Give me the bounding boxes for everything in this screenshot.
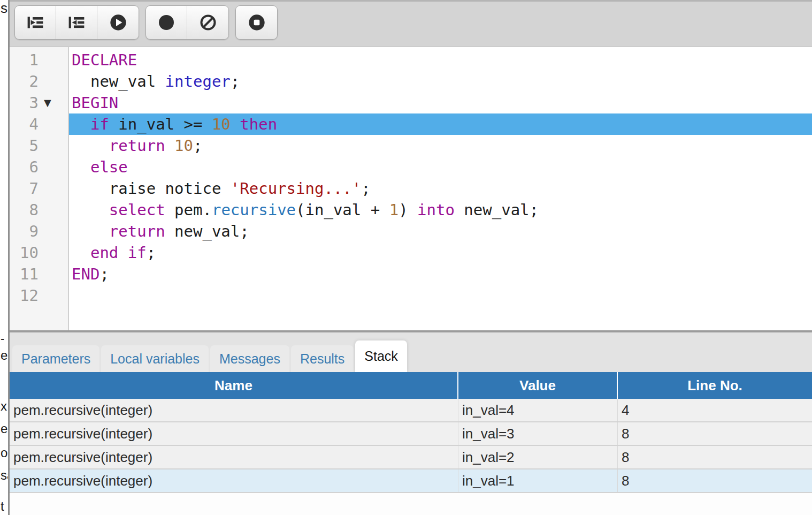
tab-messages[interactable]: Messages: [210, 345, 289, 372]
line-number[interactable]: 8: [10, 199, 39, 221]
code-text[interactable]: end if;: [69, 242, 812, 263]
toggle-breakpoint-button[interactable]: [146, 6, 187, 39]
stack-frame-row[interactable]: pem.recursive(integer)in_val=44: [10, 399, 812, 422]
step-over-button[interactable]: [56, 6, 97, 39]
code-token: [72, 137, 109, 155]
column-header-name[interactable]: Name: [10, 372, 458, 399]
line-number[interactable]: 10: [10, 242, 39, 263]
background-text-fragment: sa: [1, 468, 8, 483]
code-line-2: 2 new_val integer;: [10, 71, 812, 92]
line-number[interactable]: 12: [10, 285, 39, 306]
stack-frame-row[interactable]: pem.recursive(integer)in_val=38: [10, 422, 812, 446]
line-number[interactable]: 1: [10, 49, 39, 71]
line-number[interactable]: 3: [10, 92, 39, 113]
code-text[interactable]: raise notice 'Recursing...';: [69, 178, 812, 199]
code-text[interactable]: new_val integer;: [69, 71, 812, 92]
tab-stack[interactable]: Stack: [355, 340, 407, 372]
stop-button[interactable]: [236, 6, 277, 39]
background-text-fragment: t: [1, 499, 4, 514]
stack-value-cell: in_val=3: [458, 422, 618, 445]
code-editor[interactable]: 1DECLARE2 new_val integer;3▼BEGIN4 if in…: [10, 47, 812, 330]
code-line-11: 11END;: [10, 263, 812, 285]
code-text[interactable]: return new_val;: [69, 221, 812, 242]
stack-frame-row[interactable]: pem.recursive(integer)in_val=18: [10, 469, 812, 493]
code-token: (in_val +: [296, 201, 389, 219]
background-text-fragment: e: [1, 348, 7, 363]
stack-name-cell: pem.recursive(integer): [10, 446, 458, 468]
code-line-7: 7 raise notice 'Recursing...';: [10, 178, 812, 199]
line-number[interactable]: 9: [10, 221, 39, 242]
code-token: recursive: [212, 201, 296, 219]
fold-gutter: [41, 285, 55, 306]
tab-local-variables[interactable]: Local variables: [101, 345, 209, 372]
code-text[interactable]: select pem.recursive(in_val + 1) into ne…: [69, 199, 812, 221]
line-number[interactable]: 11: [10, 263, 39, 285]
code-line-6: 6 else: [10, 156, 812, 178]
line-number[interactable]: 5: [10, 135, 39, 156]
code-token: if: [128, 244, 147, 262]
code-token: ;: [361, 179, 370, 198]
debugger-toolbar: [10, 0, 812, 47]
fold-marker-icon[interactable]: ▼: [41, 92, 55, 113]
code-line-5: 5 return 10;: [10, 135, 812, 156]
stack-line-cell: 4: [618, 399, 812, 421]
code-line-8: 8 select pem.recursive(in_val + 1) into …: [10, 199, 812, 221]
toolbar-button-group: [14, 5, 139, 40]
code-text[interactable]: else: [69, 156, 812, 178]
code-token: return: [109, 222, 165, 240]
code-token: [118, 244, 127, 262]
code-token: [72, 201, 109, 219]
code-token: BEGIN: [72, 94, 118, 112]
code-token: ;: [193, 137, 202, 155]
code-line-1: 1DECLARE: [10, 49, 812, 71]
stack-line-cell: 8: [618, 469, 812, 492]
code-token: 1: [389, 201, 399, 219]
tab-results[interactable]: Results: [291, 345, 354, 372]
code-token: in_val >=: [109, 115, 212, 133]
code-token: [231, 115, 240, 133]
code-token: pem.: [165, 201, 212, 219]
code-text[interactable]: return 10;: [69, 135, 812, 156]
code-token: new_val: [72, 72, 165, 90]
code-token: new_val;: [455, 201, 539, 219]
code-text[interactable]: END;: [69, 263, 812, 285]
column-header-value[interactable]: Value: [458, 372, 618, 399]
code-text[interactable]: [69, 285, 812, 306]
clear-all-breakpoints-button[interactable]: [187, 6, 228, 39]
background-text-fragment: e: [1, 421, 7, 436]
stack-name-cell: pem.recursive(integer): [10, 399, 458, 421]
line-number[interactable]: 6: [10, 156, 39, 178]
code-token: into: [417, 201, 455, 219]
column-header-line-no[interactable]: Line No.: [618, 372, 812, 399]
code-line-4: 4 if in_val >= 10 then: [10, 113, 812, 135]
background-window-sliver: s-exeorsat: [0, 0, 8, 515]
code-token: 10: [174, 137, 193, 155]
line-number[interactable]: 2: [10, 71, 39, 92]
stack-table-body: pem.recursive(integer)in_val=44pem.recur…: [10, 399, 812, 493]
code-text[interactable]: BEGIN: [69, 92, 812, 113]
code-token: else: [90, 158, 128, 176]
code-token: return: [109, 137, 165, 155]
code-token: end: [90, 244, 118, 262]
continue-icon: [110, 14, 127, 31]
step-into-button[interactable]: [15, 6, 56, 39]
clear-breakpoints-icon: [200, 14, 217, 31]
fold-gutter: [41, 263, 55, 285]
fold-gutter: [41, 135, 55, 156]
tab-parameters[interactable]: Parameters: [12, 345, 99, 372]
fold-gutter: [41, 71, 55, 92]
tab-bar: ParametersLocal variablesMessagesResults…: [10, 332, 812, 372]
continue-button[interactable]: [97, 6, 139, 39]
stack-line-cell: 8: [618, 422, 812, 445]
toolbar-button-group: [145, 5, 229, 40]
code-token: DECLARE: [72, 51, 137, 69]
code-token: [72, 244, 90, 262]
current-execution-line[interactable]: if in_val >= 10 then: [69, 113, 812, 135]
stack-value-cell: in_val=1: [458, 469, 618, 492]
breakpoint-icon: [158, 14, 175, 31]
fold-gutter: [41, 156, 55, 178]
line-number[interactable]: 7: [10, 178, 39, 199]
code-text[interactable]: DECLARE: [69, 49, 812, 71]
line-number[interactable]: 4: [10, 113, 39, 135]
stack-frame-row[interactable]: pem.recursive(integer)in_val=28: [10, 446, 812, 469]
